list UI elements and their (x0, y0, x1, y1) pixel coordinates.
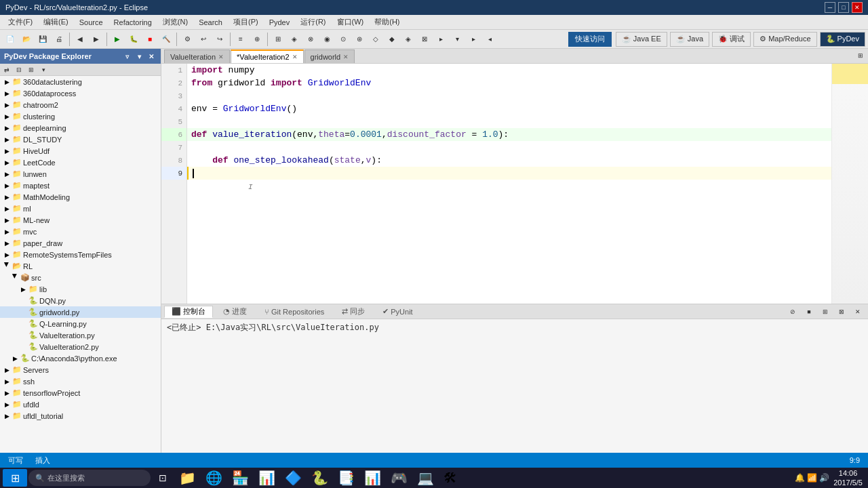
close-button[interactable]: ✕ (852, 2, 863, 13)
toolbar-build[interactable]: 🔨 (159, 32, 174, 47)
code-editor[interactable]: 1 2 3 4 5 6 7 8 9 import (161, 64, 831, 304)
start-button[interactable]: ⊞ (3, 469, 27, 487)
tree-item-ssh[interactable]: ▶ 📁 ssh (0, 375, 161, 387)
taskbar-app3[interactable]: 🐍 (307, 469, 332, 487)
bottom-tab-console[interactable]: ⬛ 控制台 (164, 306, 213, 318)
menu-edit[interactable]: 编辑(E) (38, 16, 74, 28)
sidebar-collapse-icon[interactable]: ▿ (121, 51, 132, 62)
toolbar-misc19[interactable]: ◂ (482, 32, 497, 47)
taskbar-app7[interactable]: 💻 (413, 469, 438, 487)
toolbar-misc11[interactable]: ⊛ (352, 32, 367, 47)
toolbar-misc8[interactable]: ⊗ (303, 32, 318, 47)
tree-item-mvc[interactable]: ▶ 📁 mvc (0, 226, 161, 237)
console-clear-btn[interactable]: ⊘ (785, 306, 800, 318)
sidebar-menu-icon[interactable]: ▾ (134, 51, 144, 62)
tree-item-dqn[interactable]: ▶ 🐍 DQN.py (0, 295, 161, 306)
toolbar-misc1[interactable]: ⚙ (180, 32, 195, 47)
perspective-java[interactable]: ☕ Java (670, 32, 709, 47)
toolbar-misc18[interactable]: ▸ (466, 32, 481, 47)
toolbar-misc12[interactable]: ◇ (368, 32, 383, 47)
quick-access-button[interactable]: 快速访问 (568, 32, 612, 47)
taskbar-explorer[interactable]: 📁 (175, 469, 200, 487)
bottom-tab-pyunit[interactable]: ✔ PyUnit (375, 306, 420, 318)
tree-item-servers[interactable]: ▶ 📁 Servers (0, 364, 161, 375)
perspective-javaee[interactable]: ☕ Java EE (616, 32, 667, 47)
toolbar-save[interactable]: 💾 (35, 32, 50, 47)
menu-help[interactable]: 帮助(H) (369, 16, 405, 28)
tree-item-qlearning[interactable]: ▶ 🐍 Q-Learning.py (0, 318, 161, 329)
sidebar-collapse-btn[interactable]: ⊟ (14, 64, 24, 75)
toolbar-misc10[interactable]: ⊙ (336, 32, 351, 47)
tree-item-gridworld[interactable]: ▶ 🐍 gridworld.py (0, 306, 161, 318)
taskbar-app4[interactable]: 📑 (334, 469, 359, 487)
taskbar-app8[interactable]: 🛠 (439, 469, 461, 487)
tab-valueiteration[interactable]: ValueIteration ✕ (164, 49, 230, 63)
tree-item-pythonexe[interactable]: ▶ 🐍 C:\Anaconda3\python.exe (0, 352, 161, 364)
toolbar-misc14[interactable]: ◈ (401, 32, 416, 47)
maximize-button[interactable]: □ (838, 2, 849, 13)
perspective-pydev[interactable]: 🐍 PyDev (820, 32, 865, 47)
tree-item-src[interactable]: ▶ 📦 src (0, 272, 161, 283)
toolbar-misc6[interactable]: ⊞ (271, 32, 285, 47)
toolbar-next[interactable]: ▶ (89, 32, 104, 47)
minimize-button[interactable]: ─ (825, 2, 835, 13)
tab-close-icon[interactable]: ✕ (292, 54, 298, 60)
tree-item-tensorflow[interactable]: ▶ 📁 tensorflowProject (0, 387, 161, 399)
bottom-tab-sync[interactable]: ⇄ 同步 (334, 306, 372, 318)
taskbar-search[interactable]: 🔍 在这里搜索 (28, 470, 151, 486)
tree-item-deeplearning[interactable]: ▶ 📁 deeplearning (0, 122, 161, 134)
menu-search[interactable]: Search (193, 17, 228, 28)
taskbar-app5[interactable]: 📊 (360, 469, 385, 487)
console-close-btn[interactable]: ✕ (850, 306, 865, 318)
menu-project[interactable]: 项目(P) (228, 16, 264, 28)
menu-refactoring[interactable]: Refactoring (108, 17, 157, 28)
menu-browse[interactable]: 浏览(N) (157, 16, 193, 28)
task-view-btn[interactable]: ⊡ (152, 469, 174, 487)
toolbar-back[interactable]: ◀ (73, 32, 87, 47)
tree-item-valueiteration2[interactable]: ▶ 🐍 ValueIteration2.py (0, 341, 161, 352)
tree-item-paperdraw[interactable]: ▶ 📁 paper_draw (0, 237, 161, 249)
taskbar-store[interactable]: 🏪 (228, 469, 253, 487)
tree-item-ufdld[interactable]: ▶ 📁 ufdld (0, 399, 161, 410)
toolbar-misc3[interactable]: ↪ (212, 32, 227, 47)
tree-item-maptest[interactable]: ▶ 📁 maptest (0, 180, 161, 191)
taskbar-app1[interactable]: 📊 (254, 469, 279, 487)
tree-item-remotesystems[interactable]: ▶ 📁 RemoteSystemsTempFiles (0, 249, 161, 260)
console-stop-btn[interactable]: ■ (802, 306, 816, 318)
tree-item-mathmodeling[interactable]: ▶ 📁 MathModeling (0, 191, 161, 203)
tree-item-dlstudy[interactable]: ▶ 📁 DL_STUDY (0, 134, 161, 145)
tree-item-lunwen[interactable]: ▶ 📁 lunwen (0, 168, 161, 180)
toolbar-misc2[interactable]: ↩ (196, 32, 211, 47)
tab-gridworld[interactable]: gridworld ✕ (304, 49, 355, 63)
tree-item-mlnew[interactable]: ▶ 📁 ML-new (0, 214, 161, 226)
taskbar-app6[interactable]: 🎮 (387, 469, 412, 487)
tree-item-rl[interactable]: ▶ 📂 RL (0, 260, 161, 272)
menu-source[interactable]: Source (74, 17, 108, 28)
sidebar-menu-btn[interactable]: ▾ (38, 64, 49, 75)
bottom-tab-git[interactable]: ⑂ Git Repositories (257, 306, 332, 318)
console-scroll-end-btn[interactable]: ⊞ (818, 306, 833, 318)
taskbar-app2[interactable]: 🔷 (281, 469, 306, 487)
tree-item-ml[interactable]: ▶ 📁 ml (0, 203, 161, 214)
tree-item-clustering[interactable]: ▶ 📁 clustering (0, 110, 161, 122)
perspective-debug[interactable]: 🐞 调试 (712, 32, 751, 47)
editor-maximize-icon[interactable]: ⊞ (853, 49, 868, 63)
menu-file[interactable]: 文件(F) (3, 16, 38, 28)
toolbar-stop[interactable]: ■ (142, 32, 157, 47)
bottom-tab-progress[interactable]: ◔ 进度 (216, 306, 254, 318)
tree-item-leetcode[interactable]: ▶ 📁 LeetCode (0, 157, 161, 168)
toolbar-misc16[interactable]: ▸ (433, 32, 448, 47)
tab-close-icon[interactable]: ✕ (218, 54, 224, 60)
tree-item-360dataprocess[interactable]: ▶ 📁 360dataprocess (0, 87, 161, 99)
toolbar-run[interactable]: ▶ (110, 32, 125, 47)
toolbar-misc5[interactable]: ⊕ (250, 32, 264, 47)
sidebar-close-icon[interactable]: ✕ (146, 51, 157, 62)
tab-valueiteration2[interactable]: *ValueIteration2 ✕ (231, 49, 303, 63)
console-maximize-btn[interactable]: ⊠ (834, 306, 849, 318)
toolbar-misc15[interactable]: ⊠ (417, 32, 432, 47)
menu-window[interactable]: 窗口(W) (332, 16, 370, 28)
tab-close-icon[interactable]: ✕ (343, 54, 349, 60)
menu-pydev[interactable]: Pydev (264, 17, 296, 28)
taskbar-edge[interactable]: 🌐 (201, 469, 226, 487)
tree-item-lib[interactable]: ▶ 📁 lib (0, 283, 161, 295)
